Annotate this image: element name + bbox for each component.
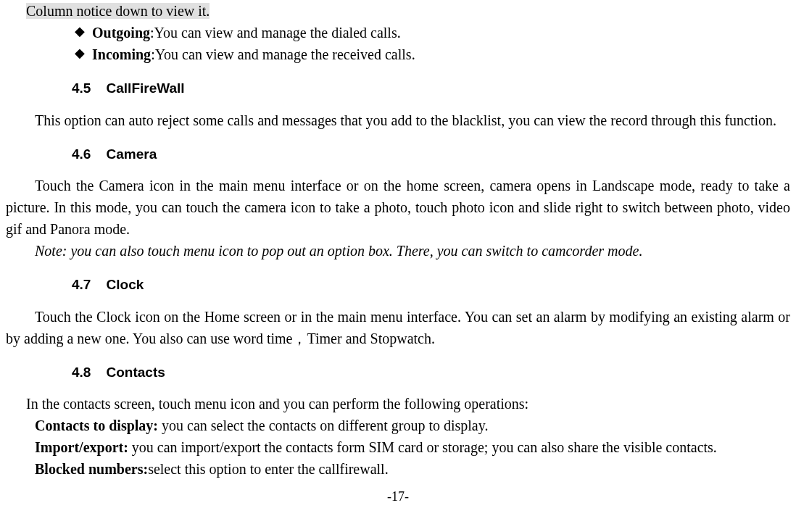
section-title: CallFireWall xyxy=(107,80,185,96)
bullet-label: Outgoing xyxy=(92,25,150,41)
section-title: Clock xyxy=(107,277,144,292)
camera-note: Note: you can also touch menu icon to po… xyxy=(6,240,790,262)
item-text: you can import/export the contacts form … xyxy=(132,439,717,455)
bullet-label: Incoming xyxy=(92,46,151,62)
section-num: 4.5 xyxy=(72,80,91,96)
contacts-intro: In the contacts screen, touch menu icon … xyxy=(6,393,790,415)
diamond-icon: ◆ xyxy=(75,43,85,63)
contacts-item-1: Contacts to display: you can select the … xyxy=(6,415,790,436)
bullet-text: :You can view and manage the received ca… xyxy=(151,46,415,62)
callfirewall-body: This option can auto reject some calls a… xyxy=(6,109,790,131)
clock-body: Touch the Clock icon on the Home screen … xyxy=(6,306,790,349)
heading-clock: 4.7 Clock xyxy=(72,275,790,296)
section-num: 4.7 xyxy=(72,277,91,292)
section-num: 4.8 xyxy=(72,365,91,380)
section-title: Contacts xyxy=(107,365,165,380)
item-text: you can select the contacts on different… xyxy=(162,417,488,433)
item-label: Contacts to display: xyxy=(35,417,162,433)
contacts-item-3: Blocked numbers:select this option to en… xyxy=(6,458,790,480)
section-title: Camera xyxy=(107,146,157,162)
camera-body: Touch the Camera icon in the main menu i… xyxy=(6,175,790,240)
contacts-item-2: Import/export: you can import/export the… xyxy=(6,436,790,458)
item-label: Blocked numbers: xyxy=(35,461,148,477)
diamond-icon: ◆ xyxy=(75,22,85,41)
heading-camera: 4.6 Camera xyxy=(72,144,790,165)
bullet-incoming: ◆ Incoming:You can view and manage the r… xyxy=(75,43,790,65)
item-text: select this option to enter the callfire… xyxy=(148,461,389,477)
highlighted-text: Column notice down to view it. xyxy=(26,3,210,19)
item-label: Import/export: xyxy=(35,439,132,455)
bullet-content: Outgoing:You can view and manage the dia… xyxy=(92,22,401,43)
bullet-text: :You can view and manage the dialed call… xyxy=(150,25,401,41)
bullet-content: Incoming:You can view and manage the rec… xyxy=(92,43,415,65)
bullet-outgoing: ◆ Outgoing:You can view and manage the d… xyxy=(75,22,790,43)
heading-contacts: 4.8 Contacts xyxy=(72,362,790,383)
heading-callfirewall: 4.5 CallFireWall xyxy=(72,78,790,99)
document-page: Column notice down to view it. ◆ Outgoin… xyxy=(0,0,796,507)
section-num: 4.6 xyxy=(72,146,91,162)
page-number: -17- xyxy=(6,487,790,507)
line-fragment: Column notice down to view it. xyxy=(26,0,790,22)
